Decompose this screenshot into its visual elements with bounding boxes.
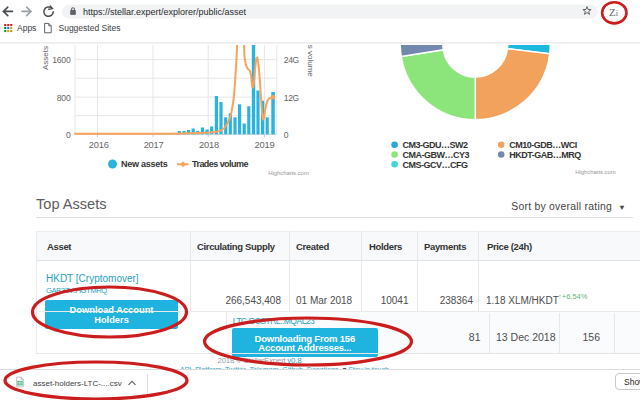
svg-text:New assets: New assets (121, 159, 168, 169)
svg-text:Trades volume: Trades volume (306, 45, 315, 77)
svg-text:Assets: Assets (41, 46, 50, 70)
svg-text:Apps: Apps (17, 23, 36, 33)
svg-text:800: 800 (57, 93, 71, 103)
svg-text:2016: 2016 (89, 140, 109, 150)
svg-text:2018: 2018 (199, 140, 219, 150)
svg-text:0: 0 (66, 130, 71, 140)
svg-text:2019: 2019 (255, 140, 275, 150)
svg-text:HKDT-GAB…MRQ: HKDT-GAB…MRQ (509, 150, 581, 160)
svg-text:https://stellar.expert/explore: https://stellar.expert/explorer/public/a… (83, 7, 247, 17)
svg-text:CM10-GDB…WCI: CM10-GDB…WCI (509, 140, 577, 150)
svg-text:Trades volume: Trades volume (192, 159, 248, 169)
svg-text:Highcharts.com: Highcharts.com (268, 170, 308, 176)
svg-text:0: 0 (284, 130, 289, 140)
svg-text:CMA-GBW…CY3: CMA-GBW…CY3 (403, 150, 470, 160)
svg-text:1600: 1600 (52, 55, 71, 65)
svg-text:CMS-GCV…CFG: CMS-GCV…CFG (403, 160, 468, 170)
svg-text:24G: 24G (284, 55, 300, 65)
svg-text:CM3-GDU…SW2: CM3-GDU…SW2 (403, 140, 468, 150)
svg-text:Suggested Sites: Suggested Sites (59, 23, 121, 33)
svg-text:Highcharts.com: Highcharts.com (575, 169, 615, 175)
svg-text:Zi: Zi (609, 6, 619, 18)
svg-text:12G: 12G (284, 93, 300, 103)
svg-text:2017: 2017 (144, 140, 164, 150)
